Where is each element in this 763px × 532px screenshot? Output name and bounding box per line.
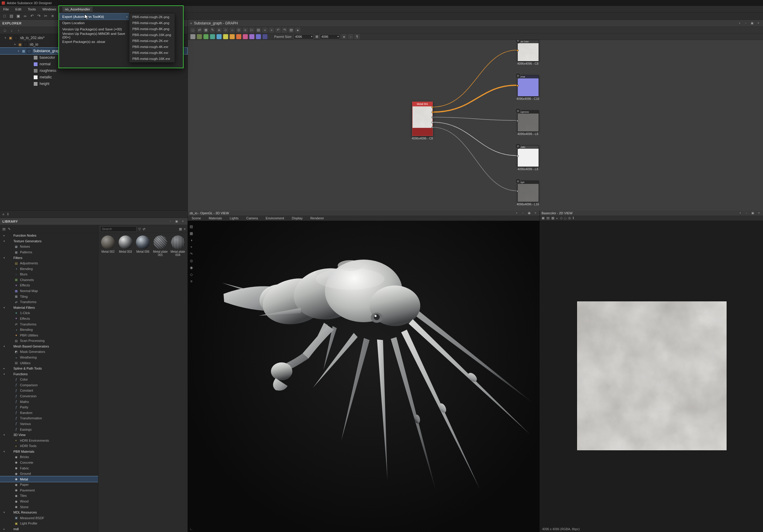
scene-panel-icon[interactable]: ▤ (189, 224, 193, 229)
node-metal-001[interactable]: Metal 001 (412, 102, 433, 136)
tiling-preview-icon[interactable]: ◇ (560, 216, 562, 220)
delete-node-icon[interactable]: × (269, 28, 274, 33)
view3d-menu-item[interactable]: Scene (188, 216, 205, 220)
float-icon[interactable]: ▫ (744, 21, 748, 25)
context-menu-item[interactable]: Open Location (59, 20, 131, 26)
menubar-item[interactable]: Windows (39, 6, 59, 12)
library-category[interactable]: ▦ Channels (0, 277, 98, 283)
link-icon[interactable]: ∞ (22, 13, 28, 19)
view3d-menu-item[interactable]: Lights (226, 216, 242, 220)
maximize-icon[interactable]: ▣ (750, 211, 755, 215)
parent-size-width-select[interactable]: 4096▾ (293, 34, 314, 39)
library-category[interactable]: ◉ Fabric (0, 465, 98, 471)
library-category[interactable]: ▦ Noises (0, 244, 98, 250)
submenu-item[interactable]: PBR-metal-rough-16K-png (129, 32, 175, 38)
library-category[interactable]: ▸ mdl (0, 526, 98, 532)
maximize-icon[interactable]: ▣ (527, 211, 531, 215)
library-category[interactable]: ◐ HDRI Tools (0, 443, 98, 449)
material-thumbnail[interactable]: Metal 003 (118, 236, 134, 257)
menubar-item[interactable]: Edit (12, 6, 25, 12)
caret-icon[interactable]: ▾ (2, 345, 6, 348)
submenu-item[interactable]: PBR-metal-rough-8K-exr (129, 50, 175, 56)
library-category[interactable]: ◉ Tiles (0, 493, 98, 499)
text-tool-icon[interactable]: A (216, 28, 222, 33)
size-link-icon[interactable]: ▦ (315, 35, 318, 39)
focus-camera-icon[interactable]: ◎ (190, 259, 193, 263)
output-node[interactable]: Normal ◎ 4096x4096 - C16 (517, 75, 538, 110)
tree-row[interactable]: roughness (0, 67, 187, 74)
preferences-icon[interactable]: ≡ (50, 13, 55, 19)
library-category[interactable]: ▾ Mesh Based Generators (0, 344, 98, 349)
parent-size-height-select[interactable]: 4096▾ (320, 34, 340, 39)
align-icon[interactable]: ≡ (243, 28, 248, 33)
context-menu-title[interactable]: no_AssetHandler (62, 7, 92, 12)
undo-icon[interactable]: ↶ (29, 13, 35, 19)
hsl-node-icon[interactable] (230, 34, 235, 39)
select-tool-icon[interactable]: □ (190, 28, 195, 33)
sharpen-node-icon[interactable] (249, 34, 255, 39)
library-category[interactable]: ◐ HDRI Environments (0, 438, 98, 443)
library-category[interactable]: ◉ Pavement (0, 487, 98, 493)
view3d-menu-item[interactable]: Materials (205, 216, 226, 220)
shading-mode-icon[interactable]: ◑ (190, 238, 192, 242)
render-stats-icon[interactable]: ≡ (190, 279, 192, 283)
snap-grid-icon[interactable]: ▦ (203, 28, 209, 33)
caret-icon[interactable]: ▾ (2, 511, 6, 514)
float-icon[interactable]: ▫ (168, 219, 172, 224)
library-category[interactable]: ◉ Stone (0, 504, 98, 510)
library-category[interactable]: ▤ Scan Processing (0, 338, 98, 344)
context-menu-item[interactable]: Version Up Package(s) and Save (+00) (59, 26, 131, 32)
library-category[interactable]: ◩ Mask Generators (0, 349, 98, 355)
redo-icon[interactable]: ↷ (36, 13, 42, 19)
blend-node-icon[interactable] (197, 34, 202, 39)
close-icon[interactable]: × (181, 219, 185, 224)
pin-icon[interactable]: • (738, 211, 742, 215)
library-category[interactable]: ◌ Blurs (0, 271, 98, 277)
close-icon[interactable]: × (757, 211, 761, 215)
input-connector-dot[interactable] (516, 85, 519, 87)
cut-icon[interactable]: ✂ (43, 13, 49, 19)
library-category[interactable]: ✦ Effects (0, 316, 98, 322)
library-category[interactable]: ƒ Constant (0, 388, 98, 393)
caret-icon[interactable]: ▸ (2, 528, 6, 531)
tree-row[interactable]: height (0, 80, 187, 87)
library-category[interactable]: ◉ Wood (0, 499, 98, 504)
add-node-icon[interactable]: + (262, 28, 268, 33)
library-category[interactable]: ƒ Maths (0, 399, 98, 404)
grid-view-icon[interactable]: ▦ (179, 227, 182, 231)
blur-node-icon[interactable] (203, 34, 209, 39)
list-view-icon[interactable]: ≡ (2, 213, 4, 216)
library-category[interactable]: ◉ Paper (0, 482, 98, 487)
submenu-item[interactable]: PBR-metal-rough-4K-exr (129, 44, 175, 50)
library-category[interactable]: ✦ Effects (0, 282, 98, 288)
output-connector-dot[interactable] (432, 106, 434, 108)
material-thumbnail[interactable]: Metal plate 004 (170, 236, 186, 257)
export-image-icon[interactable]: ▤ (546, 216, 549, 220)
redo-icon[interactable]: ↷ (282, 28, 287, 33)
caret-icon[interactable]: ▸ (2, 367, 6, 370)
library-category[interactable]: ◉ Concrete (0, 460, 98, 466)
library-category[interactable]: ▾ Functions (0, 371, 98, 377)
grid-toggle-icon[interactable]: ▦ (551, 216, 554, 220)
display-settings-icon[interactable]: ◇ (190, 272, 192, 276)
library-category[interactable]: ◑ Blending (0, 266, 98, 271)
library-category[interactable]: ▣ Measured BSDF (0, 515, 98, 521)
library-category[interactable]: ▾ 3D View (0, 432, 98, 438)
library-category[interactable]: ▤ Utilities (0, 360, 98, 366)
uniform-color-node-icon[interactable] (190, 34, 195, 39)
caret-icon[interactable]: ▾ (2, 450, 6, 453)
view3d-menu-item[interactable]: Display (288, 216, 306, 220)
tiling-mode-icon[interactable]: ◦ (348, 34, 353, 39)
filter-funnel-icon[interactable]: ▽ (138, 227, 141, 231)
library-category[interactable]: ƒ Conversion (0, 393, 98, 399)
output-connector-dot[interactable] (432, 121, 434, 123)
info-icon[interactable]: ℹ (7, 212, 8, 216)
submenu-item[interactable]: PBR-metal-rough-2K-exr (129, 38, 175, 44)
view3d-menu-item[interactable]: Camera (242, 216, 262, 220)
levels-icon[interactable]: ▧ (256, 28, 261, 33)
submenu-item[interactable]: PBR-metal-rough-16K-exr (129, 56, 175, 62)
library-category[interactable]: ◉ Bricks (0, 454, 98, 460)
library-category[interactable]: ▾ Filters (0, 255, 98, 261)
new-smart-view-icon[interactable]: ▤ (2, 227, 5, 231)
caret-icon[interactable]: ▾ (2, 306, 6, 309)
